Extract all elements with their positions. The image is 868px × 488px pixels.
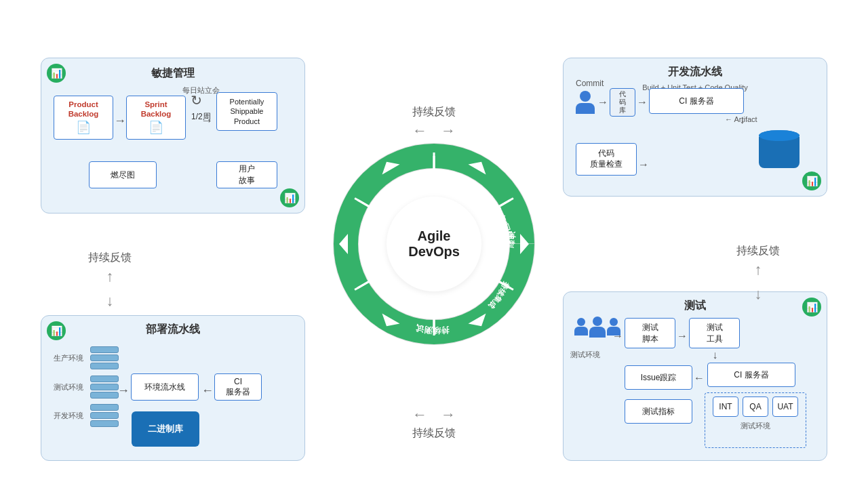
- test-script-box: 测试 脚本: [625, 318, 675, 348]
- left-feedback-arrows: ↑↓: [106, 268, 114, 310]
- arrow-ci-down: →: [736, 115, 749, 126]
- binary-repo-label: 二进制库: [148, 423, 183, 435]
- top-feedback-label: 持续反馈: [412, 105, 456, 119]
- bottom-feedback: ←→ 持续反馈: [326, 406, 542, 441]
- left-feedback-label: 持续反馈: [88, 251, 132, 265]
- arrow-tool-ci: →: [709, 350, 722, 361]
- product-backlog-label: ProductBacklog: [68, 100, 99, 119]
- test-title: 测试: [570, 299, 820, 313]
- test-ci-label: CI 服务器: [734, 369, 768, 381]
- agile-text: Agile: [418, 228, 451, 244]
- devops-text: DevOps: [408, 244, 460, 260]
- arrow-servers-envpipe: →: [117, 384, 130, 398]
- product-backlog-icon: 📄: [76, 120, 91, 135]
- test-metrics-label: 测试指标: [642, 406, 675, 418]
- int-box: INT: [713, 396, 738, 417]
- main-container: 📊 敏捷管理 每日站立会 ↺ ProductBacklog 📄 → Sprint…: [0, 0, 868, 488]
- chart-icon-deploy: 📊: [47, 321, 66, 340]
- commit-label: Commit: [576, 79, 604, 88]
- psp-label: Potentially Shippable Product: [230, 97, 264, 126]
- test-tool-label: 测试 工具: [707, 322, 723, 345]
- svg-text:每日站立会: 每日站立会: [391, 177, 435, 196]
- product-backlog-box: ProductBacklog 📄: [54, 96, 113, 140]
- sprint-backlog-icon: 📄: [149, 120, 163, 135]
- dev-env-label: 开发环境: [54, 411, 86, 421]
- issue-track-label: Issue跟踪: [641, 372, 677, 384]
- arrow-repo-ci: →: [637, 96, 648, 108]
- small-code-repo: 代码库: [610, 88, 635, 117]
- bottom-feedback-arrows: ←→: [412, 406, 456, 424]
- chart-icon-test: 📊: [802, 298, 821, 317]
- chart-icon-agile: 📊: [47, 64, 66, 83]
- top-feedback-arrows: ←→: [412, 122, 456, 140]
- user-story-box: 用户故事: [216, 161, 277, 188]
- env-pipeline-box: 环境流水线: [131, 373, 199, 401]
- arrow-ci-issue: ←: [694, 372, 705, 384]
- sprint-backlog-box: SprintBacklog 📄: [126, 96, 186, 140]
- qa-box: QA: [743, 396, 768, 417]
- chart-icon-dev: 📊: [802, 171, 821, 190]
- dev-ci-label: CI 服务器: [679, 96, 713, 107]
- dev-ci-server: CI 服务器: [649, 88, 744, 114]
- env-pipeline-label: 环境流水线: [144, 382, 185, 393]
- psp-box: Potentially Shippable Product: [216, 92, 277, 131]
- prod-env-group: 生产环境: [54, 346, 119, 369]
- sprint-backlog-label: SprintBacklog: [141, 100, 172, 119]
- user-story-label: 用户故事: [239, 163, 255, 186]
- code-quality-label: 代码 质量检查: [590, 148, 623, 169]
- test-env-group: 测试环境: [54, 375, 119, 399]
- test-tool-box: 测试 工具: [689, 318, 740, 348]
- arrow-script-tool: →: [677, 330, 688, 342]
- center-ring: 每日站立会 审查/回顾 持续集成 持续测试 持续交付: [326, 136, 542, 352]
- dev-env-group: 开发环境: [54, 404, 119, 427]
- arrow-person-repo: →: [597, 96, 608, 108]
- center-text: Agile DevOps: [387, 197, 481, 291]
- arrow-envpipe-ci: ←: [201, 384, 214, 398]
- deploy-ci-label: CI 服务器: [226, 377, 250, 398]
- top-feedback: 持续反馈 ←→: [326, 105, 542, 140]
- prod-env-label: 生产环境: [54, 353, 86, 363]
- burndown-label: 燃尽图: [111, 169, 135, 181]
- code-quality-box: 代码 质量检查: [576, 143, 637, 176]
- test-ci-server: CI 服务器: [707, 363, 795, 387]
- dev-person-icon: [576, 91, 595, 114]
- binary-repo: 二进制库: [130, 409, 201, 449]
- right-feedback: 持续反馈 ↑↓: [736, 244, 780, 303]
- right-feedback-label: 持续反馈: [736, 244, 780, 258]
- left-feedback: 持续反馈 ↑↓: [88, 251, 132, 310]
- test-script-label: 测试 脚本: [642, 322, 658, 345]
- large-code-repo: 代码库: [752, 126, 806, 174]
- panel-test: 测试 📊 测试环境 →: [563, 291, 827, 461]
- burndown-box: 燃尽图: [89, 161, 157, 188]
- deploy-title: 部署流水线: [48, 323, 298, 337]
- right-feedback-arrows: ↑↓: [755, 261, 762, 303]
- test-metrics-box: 测试指标: [625, 399, 692, 424]
- deploy-ci-server: CI 服务器: [214, 373, 262, 401]
- chart-icon-agile-br: 📊: [280, 188, 299, 207]
- test-env-label: 测试环境: [570, 350, 600, 360]
- dev-title: 开发流水线: [570, 65, 820, 79]
- arrow-quality-ci: →: [638, 159, 649, 171]
- bottom-feedback-label: 持续反馈: [412, 426, 456, 441]
- issue-track-box: Issue跟踪: [625, 365, 692, 390]
- panel-dev: 开发流水线 Build + Unit Test + Code Quality C…: [563, 58, 827, 197]
- arrow-sb-psp: →: [201, 114, 213, 128]
- small-code-repo-label: 代码库: [619, 90, 626, 115]
- test-env-inner-label: 测试环境: [709, 421, 802, 431]
- uat-box: UAT: [772, 396, 798, 417]
- test-env-label-deploy: 测试环境: [54, 382, 86, 392]
- env-dashed-box: INT QA UAT 测试环境: [705, 392, 806, 448]
- agile-title: 敏捷管理: [48, 66, 298, 81]
- arrow-team-script: →: [612, 330, 623, 342]
- cycle-arrow: ↺: [191, 92, 202, 108]
- arrow-pb-sb: →: [114, 114, 126, 128]
- panel-agile: 📊 敏捷管理 每日站立会 ↺ ProductBacklog 📄 → Sprint…: [41, 58, 305, 214]
- panel-deploy: 📊 部署流水线 生产环境 测试环境 开发环境: [41, 315, 305, 461]
